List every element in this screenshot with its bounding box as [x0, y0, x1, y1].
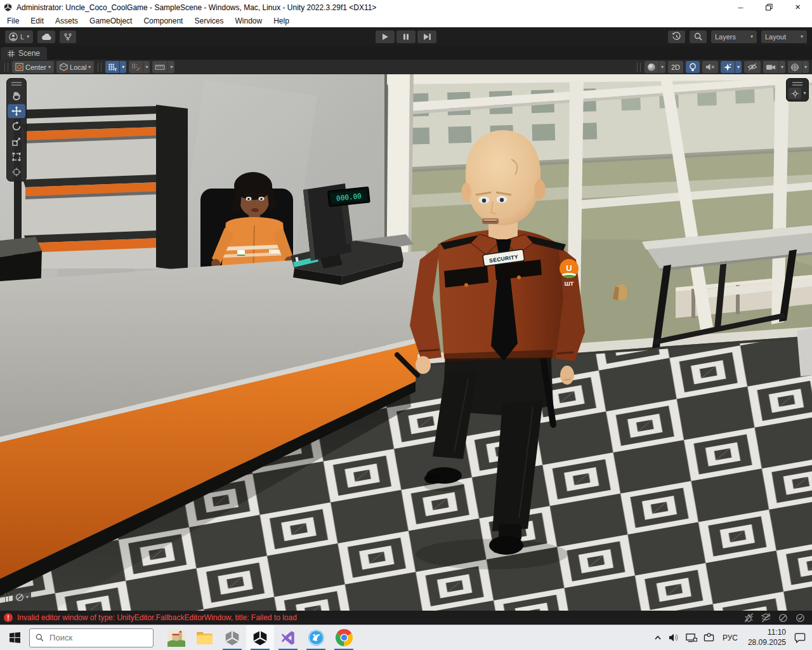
layout-dropdown[interactable]: Layout ▾: [761, 30, 807, 43]
pause-button[interactable]: [396, 30, 416, 43]
search-input[interactable]: [49, 633, 147, 642]
menu-window[interactable]: Window: [229, 15, 268, 27]
toolbar-grip[interactable]: [4, 63, 8, 72]
notification-center-button[interactable]: [791, 632, 809, 643]
play-button[interactable]: [376, 30, 395, 43]
undo-history-button[interactable]: [668, 30, 685, 43]
tab-scene[interactable]: Scene: [1, 47, 47, 60]
overlay-drag-handle[interactable]: [792, 82, 802, 86]
taskbar-unity-hub-icon[interactable]: [218, 625, 246, 650]
gizmos-menu[interactable]: ▾: [802, 61, 809, 73]
taskbar-unity-editor-icon[interactable]: [246, 625, 274, 650]
history-icon: [672, 32, 681, 41]
camera-gizmo-button[interactable]: [789, 88, 801, 99]
tray-network-button[interactable]: [683, 633, 700, 642]
speaker-icon: [669, 633, 679, 642]
console-error-message[interactable]: Invalid editor window of type: UnityEdit…: [17, 613, 297, 622]
menu-file[interactable]: File: [1, 15, 25, 27]
grid-snap-menu[interactable]: ▾: [143, 61, 150, 73]
draw-mode-control: ▾: [645, 61, 665, 73]
cloud-button[interactable]: [37, 30, 55, 43]
scene-camera-button[interactable]: ▾: [13, 591, 31, 603]
tray-display-button[interactable]: [700, 633, 717, 642]
shading-mode-menu[interactable]: ▾: [658, 61, 665, 73]
grid-snap-button[interactable]: [129, 61, 143, 73]
unity-hub-icon: [224, 630, 240, 646]
layout-label: Layout: [765, 33, 786, 41]
shading-mode-button[interactable]: [645, 61, 658, 73]
snap-increment-menu[interactable]: ▾: [167, 61, 174, 73]
overlay-drag-handle[interactable]: [11, 82, 22, 86]
refresh-disabled-icon[interactable]: [778, 613, 789, 623]
clock[interactable]: 11:10 28.09.2025: [743, 628, 791, 647]
lighting-toggle-button[interactable]: [686, 61, 700, 73]
2d-label: 2D: [671, 63, 680, 71]
menu-help[interactable]: Help: [268, 15, 295, 27]
debugger-disabled-icon[interactable]: [743, 613, 754, 623]
overlay-drag-handle[interactable]: [5, 593, 9, 602]
rotation-mode-dropdown[interactable]: Local ▾: [56, 61, 94, 73]
scale-tool[interactable]: [8, 135, 25, 149]
taskbar-browser-icon[interactable]: [302, 625, 330, 650]
search-button[interactable]: [690, 30, 707, 43]
pivot-mode-dropdown[interactable]: Center ▾: [12, 61, 54, 73]
effects-menu[interactable]: ▾: [735, 61, 742, 73]
taskbar-app-icons: [162, 625, 358, 650]
toolbar-grip[interactable]: [637, 63, 641, 72]
cloud-icon: [41, 33, 51, 41]
account-button[interactable]: L ▾: [5, 30, 33, 43]
grid-visibility-button[interactable]: Y: [105, 61, 119, 73]
ruler-icon: [155, 63, 165, 71]
hidden-objects-button[interactable]: [744, 61, 761, 73]
grid-visibility-menu[interactable]: ▾: [119, 61, 126, 73]
rect-tool[interactable]: [8, 150, 25, 164]
castle-game-icon: [167, 629, 185, 647]
language-indicator[interactable]: РУС: [717, 633, 743, 642]
scene-viewport[interactable]: 000.00: [0, 74, 812, 611]
shelf-unit[interactable]: [14, 105, 188, 271]
chevron-down-icon[interactable]: ▾: [803, 91, 806, 96]
start-button[interactable]: [0, 625, 29, 650]
view-hand-tool[interactable]: [8, 89, 25, 103]
taskbar-visual-studio-icon[interactable]: [274, 625, 302, 650]
search-icon: [36, 633, 44, 642]
effects-toggle-button[interactable]: [721, 61, 735, 73]
transform-icon: [11, 167, 22, 177]
camera-settings-button[interactable]: [763, 61, 778, 73]
tray-chevron-button[interactable]: [650, 633, 665, 642]
close-button[interactable]: ✕: [783, 0, 812, 15]
move-tool[interactable]: [8, 104, 25, 118]
taskbar-file-explorer-icon[interactable]: [190, 625, 218, 650]
taskbar-search-box[interactable]: [29, 628, 154, 647]
snap-increment-button[interactable]: [152, 61, 167, 73]
menu-services[interactable]: Services: [188, 15, 229, 27]
progress-check-icon[interactable]: [795, 613, 806, 623]
toolbar-grip[interactable]: [98, 63, 102, 72]
camera-settings-menu[interactable]: ▾: [778, 61, 785, 73]
gizmos-control: ▾: [788, 61, 809, 73]
minimize-button[interactable]: ─: [726, 0, 755, 15]
gizmos-button[interactable]: [788, 61, 802, 73]
scale-icon: [11, 136, 22, 147]
taskbar-game-app-icon[interactable]: [162, 625, 190, 650]
2d-toggle-button[interactable]: 2D: [668, 61, 683, 73]
unity-editor-icon: [252, 630, 268, 646]
tray-volume-button[interactable]: [665, 633, 683, 642]
clock-time: 11:10: [748, 628, 786, 638]
restore-button[interactable]: [755, 0, 783, 15]
cache-disabled-icon[interactable]: [761, 613, 771, 623]
transform-tool[interactable]: [8, 165, 25, 179]
step-button[interactable]: [417, 30, 436, 43]
rotate-tool[interactable]: [8, 119, 25, 133]
menu-assets[interactable]: Assets: [49, 15, 84, 27]
menu-edit[interactable]: Edit: [25, 15, 49, 27]
layers-dropdown[interactable]: Layers ▾: [711, 30, 757, 43]
chevron-down-icon: ▾: [88, 65, 91, 70]
version-control-button[interactable]: [60, 30, 76, 43]
taskbar-chrome-icon[interactable]: [330, 625, 358, 650]
menu-gameobject[interactable]: GameObject: [84, 15, 138, 27]
audio-toggle-button[interactable]: [702, 61, 718, 73]
menu-component[interactable]: Component: [138, 15, 188, 27]
eye-slash-icon: [747, 63, 757, 71]
chevron-down-icon: ▾: [804, 65, 807, 70]
